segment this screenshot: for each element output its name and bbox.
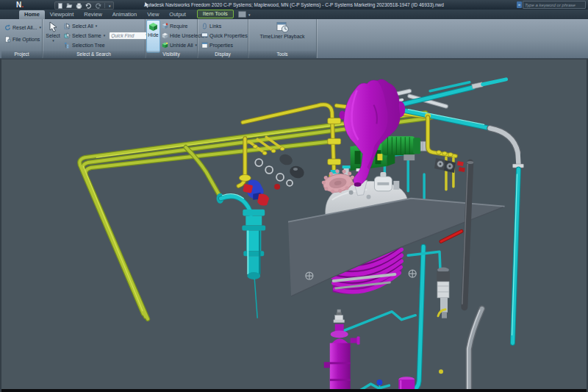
scene-3d[interactable]	[1, 60, 587, 392]
title-bar: N. ▾ ▾ Autodesk Navisworks Freedom 2020 …	[0, 0, 588, 10]
require-button[interactable]: Require	[160, 21, 190, 30]
group-label-visibility: Visibility	[146, 51, 197, 58]
print-icon[interactable]	[76, 3, 82, 9]
new-document-icon[interactable]	[57, 3, 63, 9]
quick-properties-button[interactable]: Quick Properties	[200, 31, 249, 40]
undo-icon[interactable]	[85, 3, 92, 9]
selection-tree-button[interactable]: Selection Tree	[62, 40, 107, 49]
keyword-search-input[interactable]	[523, 1, 585, 8]
search-area: »	[517, 1, 586, 9]
timeliner-playback-button[interactable]: TimeLiner Playback	[248, 20, 316, 51]
quick-access-toolbar: ▾	[54, 1, 114, 10]
tab-view[interactable]: View	[142, 10, 164, 19]
timeliner-clock-icon	[276, 21, 289, 33]
unhide-all-button[interactable]: Unhide All▾	[160, 40, 198, 49]
select-all-button[interactable]: Select All▾	[62, 21, 98, 30]
search-go-icon[interactable]: »	[517, 1, 522, 8]
file-options-icon	[4, 36, 11, 43]
file-options-button[interactable]: File Options	[3, 35, 41, 43]
select-all-caret-icon: ▾	[96, 24, 98, 28]
app-logo-icon[interactable]: N.	[16, 0, 24, 10]
hide-button[interactable]: Hide	[146, 20, 160, 53]
ribbon-tab-bar: Home Viewpoint Review Animation View Out…	[0, 10, 588, 19]
reset-all-caret-icon: ▾	[39, 25, 41, 29]
window-title: Autodesk Navisworks Freedom 2020 C-P Sys…	[144, 0, 444, 10]
links-paperclip-icon	[201, 23, 208, 29]
redo-icon[interactable]	[95, 3, 101, 9]
selection-tree-icon	[64, 42, 71, 49]
group-tools: TimeLiner Playback Tools	[248, 19, 317, 58]
qat-menu-caret-icon[interactable]: ▾	[109, 4, 111, 8]
tab-item-tools[interactable]: Item Tools	[197, 10, 234, 18]
group-label-select-search: Select & Search	[43, 51, 145, 58]
ribbon: Reset All...▾ File Options Project Selec…	[0, 19, 588, 59]
open-folder-icon[interactable]	[66, 3, 73, 9]
unhide-all-icon	[162, 42, 168, 49]
select-same-caret-icon: ▾	[104, 33, 106, 38]
viewport-3d-canvas[interactable]	[0, 59, 588, 392]
tab-output[interactable]: Output	[164, 10, 191, 19]
quick-properties-icon	[201, 32, 208, 39]
properties-icon	[201, 42, 208, 49]
tab-viewpoint[interactable]: Viewpoint	[45, 10, 79, 19]
tab-home[interactable]: Home	[19, 10, 45, 19]
group-label-tools: Tools	[248, 51, 316, 58]
select-caret-icon: ▾	[52, 38, 54, 43]
keyword-search	[523, 1, 586, 9]
viewport-bottom-edge	[1, 389, 587, 392]
group-select-search: Select ▾ Select All▾ Select Same▾ Select…	[43, 19, 146, 58]
group-display: Links Quick Properties Properties Displa…	[198, 19, 248, 58]
ribbon-options-caret-icon: ▾	[248, 13, 251, 17]
group-visibility: Hide Require Hide Unselected Unhide All▾…	[146, 19, 198, 58]
ribbon-state-icon	[238, 11, 246, 18]
tab-animation[interactable]: Animation	[107, 10, 142, 19]
select-same-button[interactable]: Select Same▾	[62, 31, 154, 40]
group-label-display: Display	[198, 51, 248, 58]
group-label-project: Project	[1, 51, 42, 58]
navisworks-window: N. ▾ ▾ Autodesk Navisworks Freedom 2020 …	[0, 0, 588, 392]
reset-all-button[interactable]: Reset All...▾	[3, 23, 43, 32]
select-same-icon	[64, 32, 71, 39]
select-button[interactable]: Select ▾	[44, 20, 62, 51]
require-cube-icon	[162, 23, 168, 29]
select-all-icon	[64, 23, 71, 29]
quick-find-input[interactable]	[110, 33, 146, 38]
hide-cube-icon	[148, 22, 158, 32]
links-button[interactable]: Links	[200, 21, 223, 30]
group-project: Reset All...▾ File Options Project	[1, 19, 43, 58]
properties-button[interactable]: Properties	[200, 40, 234, 49]
tab-review[interactable]: Review	[79, 10, 107, 19]
ribbon-display-options[interactable]: ▾	[238, 11, 251, 18]
select-cursor-icon	[49, 21, 58, 32]
reset-icon	[4, 24, 11, 31]
qat-separator	[104, 3, 105, 8]
hide-unselected-icon	[162, 32, 168, 39]
unhide-all-caret-icon: ▾	[196, 43, 198, 47]
